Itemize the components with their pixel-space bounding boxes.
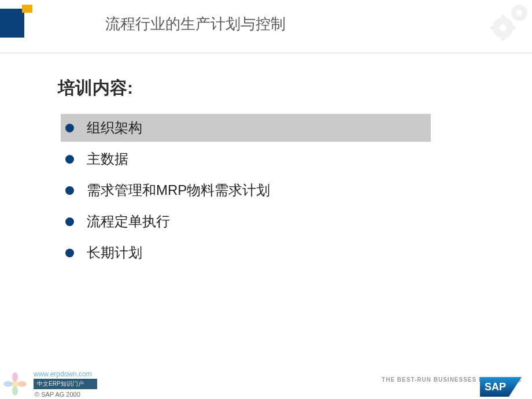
svg-point-10 xyxy=(12,386,18,396)
footer-copyright: © SAP AG 2000 xyxy=(35,391,80,398)
bullet-label: 流程定单执行 xyxy=(87,212,170,231)
svg-rect-5 xyxy=(501,36,505,40)
bullet-label: 组织架构 xyxy=(87,119,142,137)
svg-point-11 xyxy=(3,381,13,387)
bullet-item-process-order: 流程定单执行 xyxy=(61,208,474,235)
svg-point-1 xyxy=(500,24,507,31)
svg-rect-4 xyxy=(501,15,505,20)
brand-accent-icon xyxy=(22,5,32,13)
header: 流程行业的生产计划与控制 xyxy=(0,0,532,53)
svg-text:®: ® xyxy=(518,379,522,383)
gears-icon xyxy=(486,0,532,43)
svg-text:SAP: SAP xyxy=(485,381,506,393)
bullet-item-master-data: 主数据 xyxy=(61,145,474,173)
brand-square-icon xyxy=(0,9,24,38)
bullet-dot-icon xyxy=(65,217,74,226)
bullet-item-mrp: 需求管理和MRP物料需求计划 xyxy=(61,176,474,204)
section-heading: 培训内容: xyxy=(58,76,474,100)
svg-rect-6 xyxy=(490,26,495,29)
bullet-item-org-structure: 组织架构 xyxy=(61,114,431,142)
svg-point-9 xyxy=(12,372,18,382)
footer-url: www.erpdown.com xyxy=(34,370,92,378)
bullet-list: 组织架构 主数据 需求管理和MRP物料需求计划 流程定单执行 长期计划 xyxy=(61,114,474,267)
content-area: 培训内容: 组织架构 主数据 需求管理和MRP物料需求计划 流程定单执行 长期计… xyxy=(0,53,532,267)
bullet-dot-icon xyxy=(65,124,74,132)
footer: www.erpdown.com 中文ERP知识门户 © SAP AG 2000 … xyxy=(0,357,532,399)
bullet-label: 需求管理和MRP物料需求计划 xyxy=(87,181,270,200)
bullet-dot-icon xyxy=(65,186,74,195)
bullet-dot-icon xyxy=(65,249,74,257)
bullet-label: 长期计划 xyxy=(87,243,142,262)
footer-badge: 中文ERP知识门户 xyxy=(34,379,97,389)
slide-title: 流程行业的生产计划与控制 xyxy=(105,14,286,34)
svg-rect-7 xyxy=(511,26,516,29)
bullet-item-long-term-plan: 长期计划 xyxy=(61,239,474,267)
sap-logo-icon: SAP ® xyxy=(480,377,522,397)
bullet-dot-icon xyxy=(65,155,74,164)
svg-point-3 xyxy=(516,10,522,16)
watermark-flower-icon xyxy=(2,371,28,397)
bullet-label: 主数据 xyxy=(87,150,128,168)
svg-point-12 xyxy=(17,381,27,387)
